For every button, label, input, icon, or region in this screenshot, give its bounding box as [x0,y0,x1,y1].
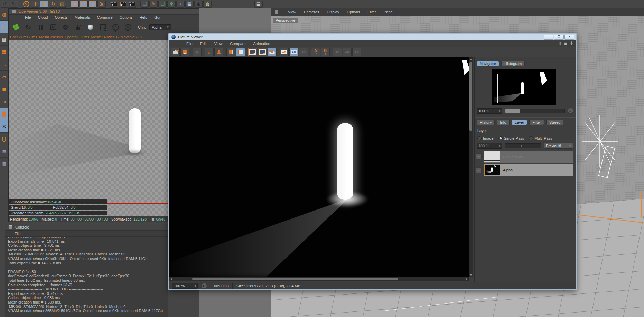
scale-tool-icon[interactable]: ▣ [40,1,48,8]
menubar-grip[interactable] [274,10,278,14]
add-primitive-icon[interactable]: ❒ [140,1,149,8]
scroll-left-icon[interactable]: ◀ [170,278,172,280]
compare-ab-eye-icon[interactable]: AB [289,48,298,56]
lock-workplane-icon[interactable]: ▦ [0,145,8,158]
viewport-menu-panel[interactable]: Panel [384,10,393,14]
live-selection-icon[interactable]: ↖ [22,1,30,8]
close-button[interactable]: ✕ [564,35,574,40]
workplane-mode-icon[interactable]: ▦ [0,46,8,58]
compare-ad-icon[interactable]: AD [333,48,342,56]
navigator-play-button[interactable]: ▶ [568,108,573,114]
minimize-button[interactable]: — [544,35,553,40]
snap-icon[interactable]: S [0,120,8,133]
tab-layer[interactable]: Layer [512,120,528,125]
console-menu-file[interactable]: File [15,232,21,236]
material-ball-icon[interactable] [85,22,96,32]
set-image-b-icon[interactable]: B➜ [321,48,330,56]
stepper-icon[interactable]: ▲▼ [499,144,501,148]
set-image-a-icon[interactable]: A➜ [311,48,320,56]
radio-image[interactable]: Image [477,136,494,140]
octane-logo-icon[interactable]: ✤ [10,21,22,34]
picture-viewer-titlebar[interactable]: Picture Viewer — ❐ ✕ [169,34,576,40]
horizontal-scrollbar[interactable]: ◀ ▶ [169,277,469,281]
tab-history[interactable]: History [477,120,495,125]
menubar-grip[interactable] [8,232,12,236]
lv-menu-materials[interactable]: Materials [75,15,90,19]
redo-icon[interactable]: ↻ [10,1,18,8]
tab-navigator[interactable]: Navigator [477,61,499,66]
background-visibility-toggle[interactable]: ◉ [476,153,482,159]
channels-eye-icon[interactable] [268,48,277,56]
navigator-thumbnail[interactable] [492,69,556,105]
pv-menu-file[interactable]: File [186,41,193,46]
enable-axis-icon[interactable]: ➜ [0,95,8,108]
make-editable-icon[interactable]: ◍ [0,8,8,21]
live-viewer-titlebar[interactable]: Live Viewer 3.06-TEST3 [9,9,199,15]
alpha-visibility-toggle[interactable]: ● [476,167,482,173]
scroll-down-icon[interactable]: ▼ [470,274,472,276]
delete-image-icon[interactable] [226,48,235,56]
lv-menu-compare[interactable]: Compare [97,15,112,19]
console-log[interactable]: Scene created in plugin version -1 Expor… [5,237,168,316]
console-titlebar[interactable]: Console [5,224,168,231]
render-picture-viewer-icon[interactable]: ▶ [119,1,127,8]
stepper-icon[interactable]: ▲▼ [194,284,196,288]
radio-multi-pass[interactable]: Multi-Pass [529,136,552,140]
axis-z-lock-icon[interactable]: Z [88,1,97,8]
lv-menu-help[interactable]: Help [140,15,148,19]
layout-single-icon[interactable]: ▯ [559,41,561,46]
scroll-up-icon[interactable]: ▲ [470,58,472,60]
blend-mode-dropdown[interactable]: Pre-multi ▼ [544,143,573,149]
array-icon[interactable]: ❖ [167,1,176,8]
show-image-b-icon[interactable] [258,48,267,56]
menubar-grip[interactable] [172,41,176,46]
vertical-scrollbar[interactable]: ▲ ▼ [469,57,473,277]
light-icon[interactable]: ◍ [203,1,212,8]
render-settings-icon[interactable]: ▶ [128,1,136,8]
move-down-icon[interactable]: ⤓ [205,48,214,56]
lv-menu-options[interactable]: Options [120,15,133,19]
compare-sequence-icon[interactable]: AB [352,48,361,56]
tab-info[interactable]: Info [497,120,509,125]
viewport-menu-display[interactable]: Display [327,10,339,14]
viewport-menu-filter[interactable]: Filter [367,10,376,14]
show-image-a-icon[interactable] [248,48,257,56]
magnet-icon[interactable]: ⋃ [0,133,8,145]
render-view-icon[interactable]: ▶ [110,1,118,8]
material-pick-icon[interactable]: M [123,22,133,32]
lv-menu-gui[interactable]: Gui [154,15,160,19]
spline-pen-icon[interactable]: ✎ [149,1,158,8]
camera-icon[interactable]: ◉ [194,1,203,8]
user-download-icon[interactable] [214,48,223,56]
scroll-right-icon[interactable]: ▶ [466,278,468,280]
polygon-mode-icon[interactable]: ◼ [0,83,8,95]
channel-dropdown[interactable]: Alpha ▼ [149,24,171,30]
viewport-snap-icon[interactable] [0,108,8,120]
axis-y-lock-icon[interactable]: Y [80,1,88,8]
navigator-zoom-input[interactable]: 100 % ▲▼ [477,108,502,114]
move-tool-icon[interactable]: ✛ [31,1,39,8]
pv-menu-compare[interactable]: Compare [230,41,245,46]
menubar-grip[interactable] [11,15,15,19]
last-tool-icon[interactable]: ▧ [58,1,66,8]
stepper-icon[interactable]: ▲▼ [499,109,501,113]
workplane-icon[interactable]: ▦ [0,158,8,170]
zoom-input[interactable]: 100 % ▲▼ [172,283,198,289]
lv-menu-cloud[interactable]: Cloud [38,15,48,19]
vertical-scroll-thumb[interactable] [469,62,472,131]
horizontal-scroll-thumb[interactable] [192,278,398,280]
image-stack-icon[interactable] [236,48,245,56]
lock-resolution-icon[interactable] [73,22,83,32]
region-render-icon[interactable]: R [48,22,58,32]
tab-stereo[interactable]: Stereo [546,120,563,125]
undo-icon[interactable]: ↺ [1,1,9,8]
focus-pick-icon[interactable]: F [110,22,121,32]
save-file-icon[interactable] [180,48,189,56]
radio-single-pass[interactable]: Single-Pass [498,136,524,140]
open-file-icon[interactable]: ➜ [171,48,180,56]
compare-ab-icon[interactable]: AB [280,48,289,56]
layer-opacity-input[interactable]: 100 % ▲▼ [477,143,502,149]
coordinate-system-icon[interactable]: ⇲ [97,1,106,8]
compare-ab-disabled-icon[interactable]: AB [299,48,308,56]
picture-viewer-canvas[interactable] [169,57,469,277]
